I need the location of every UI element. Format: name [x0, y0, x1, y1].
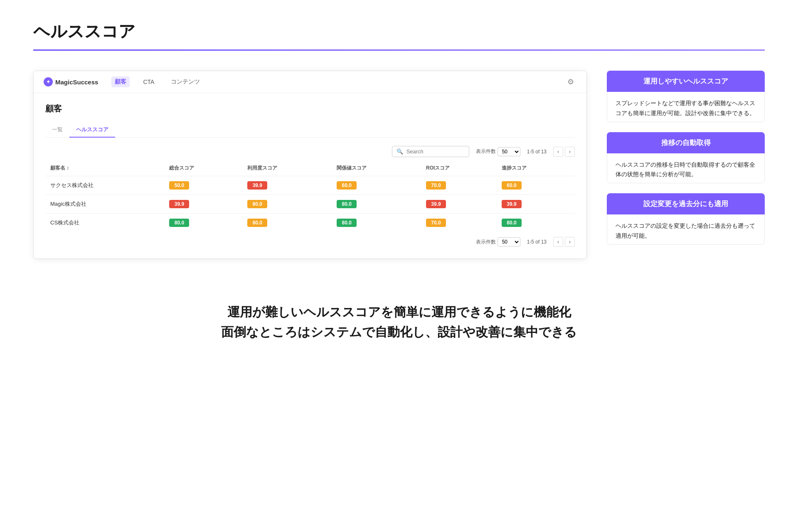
score-badge-relation: 80.0: [337, 200, 357, 208]
pagination-info-bottom: 1-5 of 13: [527, 239, 547, 245]
score-badge-relation: 60.0: [337, 181, 357, 190]
cell-usage-score: 39.9: [242, 176, 332, 195]
score-badge-progress: 60.0: [502, 181, 522, 190]
score-badge-usage: 60.0: [247, 200, 267, 208]
page-size-label-bottom: 表示件数: [476, 239, 496, 246]
score-badge-usage: 60.0: [247, 219, 267, 227]
cell-roi-score: 70.0: [421, 214, 497, 232]
table-body: サクセス株式会社 50.0 39.9 60.0 70.0 60.0 Magic株…: [45, 176, 575, 232]
score-badge-progress: 39.9: [502, 200, 522, 208]
search-box[interactable]: 🔍: [392, 146, 469, 157]
right-panel: 運用しやすいヘルススコア スプレッドシートなどで運用する事が困難なヘルススコアも…: [607, 71, 765, 245]
tagline-line1: 運用が難しいヘルススコアを簡単に運用できるように機能化: [33, 302, 765, 322]
tab-list[interactable]: 一覧: [45, 123, 69, 138]
pagination-info-top: 1-5 of 13: [527, 149, 547, 155]
cell-usage-score: 60.0: [242, 214, 332, 232]
main-content: ✦ MagicSuccess 顧客 CTA コンテンツ ⚙ 顧客 一覧: [33, 71, 765, 259]
nav-item-customers[interactable]: 顧客: [111, 76, 130, 87]
feature-card-retro: 設定変更を過去分にも適用 ヘルススコアの設定を変更した場合に過去分も遡って適用が…: [607, 193, 765, 245]
page-title-section: ヘルススコア: [33, 20, 765, 51]
page-size-select-bottom: 表示件数 50 25 100: [476, 237, 520, 246]
prev-page-btn-bottom[interactable]: ‹: [553, 237, 563, 247]
app-navbar: ✦ MagicSuccess 顧客 CTA コンテンツ ⚙: [34, 71, 586, 93]
cell-total-score: 50.0: [164, 176, 242, 195]
table-row: Magic株式会社 39.9 60.0 80.0 39.9 39.9: [45, 195, 575, 214]
table-row: CS株式会社 80.0 60.0 80.0 70.0 80.0: [45, 214, 575, 232]
title-divider: [33, 49, 765, 51]
col-relation-score: 関係値スコア: [332, 160, 421, 176]
feature-retro-header: 設定変更を過去分にも適用: [607, 193, 765, 214]
cell-customer-name: CS株式会社: [45, 214, 164, 232]
pagination-btns-top: ‹ ›: [553, 147, 575, 157]
table-row: サクセス株式会社 50.0 39.9 60.0 70.0 60.0: [45, 176, 575, 195]
page-size-dropdown-bottom[interactable]: 50 25 100: [498, 237, 520, 246]
nav-item-contents[interactable]: コンテンツ: [167, 76, 203, 87]
score-badge-roi: 39.9: [426, 200, 446, 208]
search-input[interactable]: [406, 148, 465, 155]
feature-card-easy: 運用しやすいヘルススコア スプレッドシートなどで運用する事が困難なヘルススコアも…: [607, 71, 765, 122]
prev-page-btn[interactable]: ‹: [553, 147, 563, 157]
app-section-title: 顧客: [45, 103, 575, 114]
cell-progress-score: 60.0: [497, 176, 575, 195]
nav-items: 顧客 CTA コンテンツ: [111, 76, 203, 87]
table-toolbar-top: 🔍 表示件数 50 25 100 1-5 of 13 ‹: [45, 146, 575, 157]
cell-roi-score: 70.0: [421, 176, 497, 195]
cell-progress-score: 39.9: [497, 195, 575, 214]
score-badge-roi: 70.0: [426, 181, 446, 190]
gear-icon[interactable]: ⚙: [565, 76, 576, 88]
score-badge-total: 39.9: [169, 200, 189, 208]
feature-auto-body: ヘルススコアの推移を日時で自動取得するので顧客全体の状態を簡単に分析が可能。: [607, 153, 765, 184]
tab-health-score[interactable]: ヘルススコア: [69, 123, 115, 138]
cell-customer-name: Magic株式会社: [45, 195, 164, 214]
logo-text: MagicSuccess: [55, 79, 98, 86]
cell-total-score: 39.9: [164, 195, 242, 214]
feature-easy-header: 運用しやすいヘルススコア: [607, 71, 765, 92]
table-header-row: 顧客名 ↕ 総合スコア 利用度スコア 関係値スコア ROIスコア 進捗スコア: [45, 160, 575, 176]
page-size-select: 表示件数 50 25 100: [476, 147, 520, 156]
health-table: 顧客名 ↕ 総合スコア 利用度スコア 関係値スコア ROIスコア 進捗スコア サ…: [45, 160, 575, 232]
nav-item-cta[interactable]: CTA: [140, 77, 158, 87]
feature-card-auto: 推移の自動取得 ヘルススコアの推移を日時で自動取得するので顧客全体の状態を簡単に…: [607, 132, 765, 184]
cell-usage-score: 60.0: [242, 195, 332, 214]
score-badge-roi: 70.0: [426, 219, 446, 227]
col-customer-name[interactable]: 顧客名 ↕: [45, 160, 164, 176]
cell-total-score: 80.0: [164, 214, 242, 232]
col-usage-score: 利用度スコア: [242, 160, 332, 176]
score-badge-usage: 39.9: [247, 181, 267, 190]
cell-relation-score: 60.0: [332, 176, 421, 195]
page-size-dropdown[interactable]: 50 25 100: [498, 147, 520, 156]
table-toolbar-bottom: 表示件数 50 25 100 1-5 of 13 ‹ ›: [45, 232, 575, 249]
feature-retro-body: ヘルススコアの設定を変更した場合に過去分も遡って適用が可能。: [607, 214, 765, 245]
customer-name-sort[interactable]: 顧客名 ↕: [50, 165, 69, 172]
app-tabs: 一覧 ヘルススコア: [45, 123, 575, 138]
score-badge-relation: 80.0: [337, 219, 357, 227]
bottom-tagline: 運用が難しいヘルススコアを簡単に運用できるように機能化 面倒なところはシステムで…: [33, 286, 765, 350]
score-badge-total: 50.0: [169, 181, 189, 190]
next-page-btn-bottom[interactable]: ›: [565, 237, 575, 247]
feature-easy-body: スプレッドシートなどで運用する事が困難なヘルススコアも簡単に運用が可能。設計や改…: [607, 92, 765, 122]
cell-progress-score: 80.0: [497, 214, 575, 232]
col-roi-score: ROIスコア: [421, 160, 497, 176]
cell-customer-name: サクセス株式会社: [45, 176, 164, 195]
page-size-label: 表示件数: [476, 148, 496, 155]
app-logo: ✦ MagicSuccess: [44, 77, 98, 86]
score-badge-total: 80.0: [169, 219, 189, 227]
cell-relation-score: 80.0: [332, 195, 421, 214]
app-mockup: ✦ MagicSuccess 顧客 CTA コンテンツ ⚙ 顧客 一覧: [33, 71, 587, 259]
logo-icon: ✦: [44, 77, 53, 86]
search-icon: 🔍: [397, 148, 403, 155]
page-title: ヘルススコア: [33, 20, 765, 43]
col-progress-score: 進捗スコア: [497, 160, 575, 176]
cell-roi-score: 39.9: [421, 195, 497, 214]
score-badge-progress: 80.0: [502, 219, 522, 227]
app-content: 顧客 一覧 ヘルススコア 🔍 表示件数 50: [34, 93, 586, 259]
feature-auto-header: 推移の自動取得: [607, 132, 765, 153]
next-page-btn[interactable]: ›: [565, 147, 575, 157]
col-total-score: 総合スコア: [164, 160, 242, 176]
tagline-line2: 面倒なところはシステムで自動化し、設計や改善に集中できる: [33, 322, 765, 342]
cell-relation-score: 80.0: [332, 214, 421, 232]
pagination-btns-bottom: ‹ ›: [553, 237, 575, 247]
